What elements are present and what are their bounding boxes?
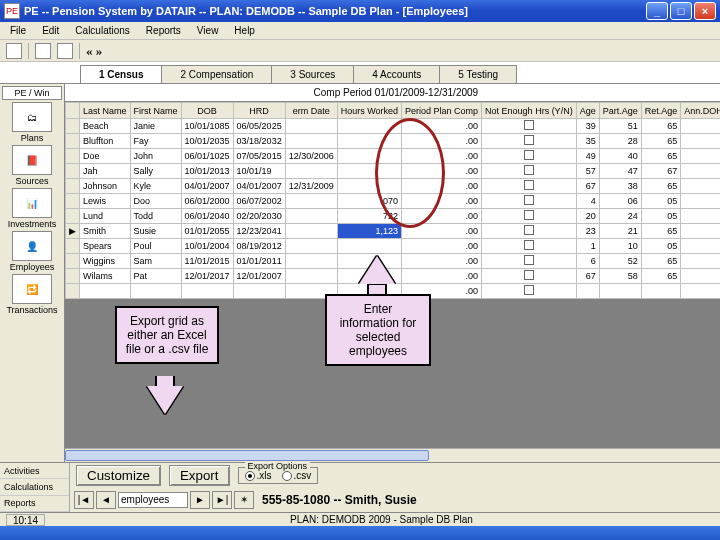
tab-census[interactable]: 1 Census [80, 65, 162, 83]
grid-cell[interactable]: Lewis [80, 194, 131, 209]
grid-cell[interactable]: 35 [576, 134, 599, 149]
grid-header[interactable]: HRD [233, 103, 285, 119]
grid-cell[interactable]: 05 [641, 194, 681, 209]
grid-cell-checkbox[interactable] [482, 149, 577, 164]
grid-cell[interactable]: 05 [641, 239, 681, 254]
grid-cell[interactable]: 58 [599, 269, 641, 284]
sidebar-item-transactions[interactable]: 🔁 Transactions [0, 274, 64, 315]
grid-cell[interactable] [599, 284, 641, 299]
tab-sources[interactable]: 3 Sources [271, 65, 354, 83]
grid-cell[interactable]: 10/01/1085 [181, 119, 233, 134]
grid-cell[interactable]: 12/31/2009 [285, 179, 337, 194]
toolbar-icon-3[interactable] [57, 43, 73, 59]
grid-cell-checkbox[interactable] [482, 134, 577, 149]
grid-cell[interactable]: 12/01/2017 [181, 269, 233, 284]
grid-cell[interactable]: 04/01/2007 [233, 179, 285, 194]
bottom-left-reports[interactable]: Reports [0, 496, 69, 512]
grid-cell[interactable]: 1,123 [337, 224, 401, 239]
grid-cell[interactable]: Lund [80, 209, 131, 224]
toolbar-icon-1[interactable] [6, 43, 22, 59]
grid-cell[interactable]: 21 [599, 224, 641, 239]
grid-cell[interactable]: 06/01/2000 [181, 194, 233, 209]
tab-compensation[interactable]: 2 Compensation [161, 65, 272, 83]
close-button[interactable]: × [694, 2, 716, 20]
sidebar-item-investments[interactable]: 📊 Investments [0, 188, 64, 229]
grid-cell[interactable]: .00 [402, 239, 482, 254]
grid-cell[interactable] [181, 284, 233, 299]
grid-cell[interactable]: 38 [599, 179, 641, 194]
nav-first[interactable]: |◄ [74, 491, 94, 509]
grid-cell[interactable] [681, 164, 720, 179]
grid-cell[interactable] [233, 284, 285, 299]
table-row[interactable]: ▶SmithSusie01/01/205512/23/20411,123.002… [66, 224, 721, 239]
grid-cell[interactable]: 6 [576, 254, 599, 269]
grid-cell[interactable]: 65 [641, 224, 681, 239]
grid-cell[interactable]: 01/01/2055 [181, 224, 233, 239]
grid-cell[interactable]: 47 [599, 164, 641, 179]
grid-cell[interactable]: 65 [641, 149, 681, 164]
grid-cell[interactable]: 28 [599, 134, 641, 149]
sidebar-item-plans[interactable]: 🗂 Plans [0, 102, 64, 143]
grid-cell[interactable]: Janie [130, 119, 181, 134]
grid-cell[interactable]: Kyle [130, 179, 181, 194]
grid-cell[interactable]: Smith [80, 224, 131, 239]
grid-cell-checkbox[interactable] [482, 209, 577, 224]
menu-reports[interactable]: Reports [140, 24, 187, 37]
grid-header[interactable]: Ret.Age [641, 103, 681, 119]
grid-cell[interactable]: 01/01/2011 [233, 254, 285, 269]
grid-header[interactable]: Not Enough Hrs (Y/N) [482, 103, 577, 119]
menu-calculations[interactable]: Calculations [69, 24, 135, 37]
grid-header[interactable]: Part.Age [599, 103, 641, 119]
grid-cell[interactable]: Sam [130, 254, 181, 269]
grid-header[interactable]: DOB [181, 103, 233, 119]
grid-cell[interactable] [681, 149, 720, 164]
grid-cell[interactable]: 49 [576, 149, 599, 164]
grid-cell[interactable]: 65 [641, 269, 681, 284]
grid-cell[interactable]: 65 [641, 134, 681, 149]
tab-name-input[interactable] [118, 492, 188, 508]
grid-cell[interactable] [681, 254, 720, 269]
grid-cell-checkbox[interactable] [482, 164, 577, 179]
customize-button[interactable]: Customize [76, 465, 161, 486]
grid-cell[interactable] [285, 239, 337, 254]
grid-cell[interactable] [285, 134, 337, 149]
grid-cell[interactable] [285, 224, 337, 239]
grid-cell[interactable]: 24 [599, 209, 641, 224]
grid-cell[interactable]: Bluffton [80, 134, 131, 149]
menu-edit[interactable]: Edit [36, 24, 65, 37]
table-row[interactable]: SpearsPoul10/01/200408/19/2012.0011005 [66, 239, 721, 254]
grid-cell[interactable]: Johnson [80, 179, 131, 194]
grid-cell[interactable]: 06/05/2025 [233, 119, 285, 134]
grid-header[interactable]: First Name [130, 103, 181, 119]
toolbar-nav-quotes[interactable]: « » [86, 43, 102, 59]
grid-cell[interactable]: 06/01/2040 [181, 209, 233, 224]
grid-cell[interactable] [80, 284, 131, 299]
grid-cell[interactable] [576, 284, 599, 299]
grid-cell[interactable]: 10/01/19 [233, 164, 285, 179]
grid-cell[interactable]: 12/01/2007 [233, 269, 285, 284]
grid-cell[interactable]: 51 [599, 119, 641, 134]
grid-cell[interactable] [681, 239, 720, 254]
grid-cell[interactable]: Pat [130, 269, 181, 284]
grid-cell[interactable]: 65 [641, 119, 681, 134]
grid-cell[interactable]: .00 [402, 269, 482, 284]
grid-cell[interactable]: 20 [576, 209, 599, 224]
grid-cell-checkbox[interactable] [482, 284, 577, 299]
grid-cell[interactable]: 65 [641, 179, 681, 194]
grid-cell-checkbox[interactable] [482, 239, 577, 254]
tab-testing[interactable]: 5 Testing [439, 65, 517, 83]
grid-cell[interactable] [337, 239, 401, 254]
grid-cell-checkbox[interactable] [482, 119, 577, 134]
grid-cell[interactable]: .00 [402, 254, 482, 269]
grid-cell[interactable]: John [130, 149, 181, 164]
grid-cell[interactable] [681, 269, 720, 284]
grid-cell[interactable]: Todd [130, 209, 181, 224]
grid-cell[interactable]: 52 [599, 254, 641, 269]
radio-xls[interactable]: .xls [245, 470, 272, 481]
menu-file[interactable]: File [4, 24, 32, 37]
grid-header[interactable] [66, 103, 80, 119]
maximize-button[interactable]: □ [670, 2, 692, 20]
grid-cell[interactable] [681, 134, 720, 149]
grid-cell[interactable]: Spears [80, 239, 131, 254]
grid-cell[interactable] [681, 209, 720, 224]
